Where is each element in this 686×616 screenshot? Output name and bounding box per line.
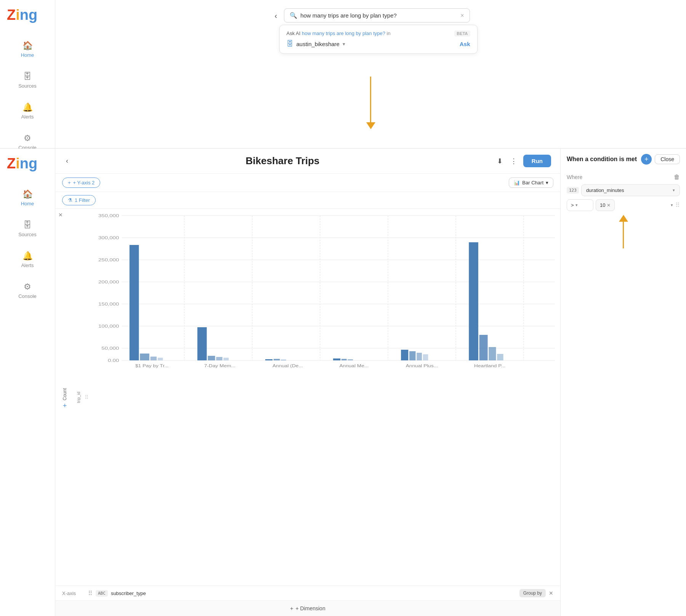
- filter-icon: ⚗: [68, 197, 72, 203]
- svg-rect-33: [333, 358, 340, 360]
- sidebar-item-sources[interactable]: 🗄 Sources: [0, 65, 55, 96]
- console-icon-b: ⚙: [24, 282, 31, 292]
- sources-icon: 🗄: [23, 72, 32, 82]
- svg-rect-29: [223, 358, 229, 360]
- bottom-main: ‹ Bikeshare Trips ⬇ ⋮ Run + + Y-axis 2 📊…: [55, 149, 560, 616]
- filter-row: ⚗ 1 Filter: [55, 192, 560, 209]
- group-by-button[interactable]: Group by: [519, 589, 546, 597]
- search-bar-row: ‹ 🔍 ×: [272, 8, 470, 22]
- where-section: Where 🗑 123 duration_minutes ▾ > ▾: [561, 170, 686, 256]
- logo-g: g: [29, 7, 37, 23]
- y-axis-label: Count: [62, 388, 67, 400]
- svg-rect-41: [479, 335, 488, 360]
- search-box: 🔍 ×: [284, 8, 470, 22]
- sidebar-item-home[interactable]: 🏠 Home: [0, 34, 55, 65]
- bottom-sidebar: Zing 🏠 Home 🗄 Sources 🔔 Alerts: [0, 149, 55, 616]
- svg-rect-34: [341, 359, 347, 360]
- search-clear-icon[interactable]: ×: [460, 12, 464, 19]
- bar-chart-icon: 📊: [514, 180, 520, 186]
- add-condition-button[interactable]: +: [641, 154, 652, 165]
- svg-rect-23: [140, 354, 149, 360]
- logo-i-b: i: [16, 155, 20, 171]
- back-button[interactable]: ‹: [272, 9, 280, 22]
- grid-icon-area: ⠿: [83, 209, 90, 586]
- svg-rect-25: [158, 358, 163, 360]
- ask-dropdown: BETA Ask AI how many trips are long by p…: [279, 25, 478, 54]
- up-arrow-container: [567, 211, 680, 252]
- value-text: 10: [600, 202, 605, 208]
- y-axis-close-button[interactable]: ✕: [58, 212, 63, 218]
- close-condition-button[interactable]: Close: [655, 154, 680, 164]
- ask-ai-suffix: in: [387, 30, 391, 36]
- up-arrow: [619, 215, 628, 248]
- svg-rect-24: [151, 357, 157, 360]
- sidebar-item-alerts[interactable]: 🔔 Alerts: [0, 96, 55, 126]
- home-icon: 🏠: [22, 41, 33, 51]
- y-axis-2-button[interactable]: + + Y-axis 2: [62, 178, 100, 188]
- logo-z-b: Z: [7, 155, 16, 171]
- svg-rect-32: [281, 360, 286, 360]
- svg-rect-30: [265, 359, 272, 360]
- y-axis-add-icon[interactable]: +: [63, 402, 67, 410]
- svg-rect-28: [216, 357, 222, 360]
- operator-select[interactable]: > ▾: [567, 199, 593, 211]
- alerts-icon: 🔔: [22, 102, 33, 112]
- condition-header: When a condition is met + Close: [561, 149, 686, 170]
- field-select[interactable]: duration_minutes ▾: [581, 184, 680, 196]
- svg-text:Annual (De...: Annual (De...: [272, 364, 303, 368]
- drag-handle-condition[interactable]: ⠿: [675, 202, 680, 209]
- logo-bottom: Zing: [0, 155, 44, 182]
- page-title: Bikeshare Trips: [70, 155, 495, 167]
- console-icon: ⚙: [24, 133, 31, 143]
- filter-button[interactable]: ⚗ 1 Filter: [62, 195, 96, 205]
- trip-id-label: trip_id: [75, 392, 82, 403]
- svg-rect-39: [423, 354, 428, 360]
- bottom-sidebar-item-console[interactable]: ⚙ Console: [0, 275, 55, 306]
- grid-icon: ⠿: [85, 394, 88, 400]
- ask-header: BETA Ask AI how many trips are long by p…: [287, 30, 470, 36]
- drag-handle-x[interactable]: ⠿: [88, 590, 93, 597]
- add-dimension-button[interactable]: + + Dimension: [290, 605, 325, 611]
- chart-svg-area: 350,000 300,000 250,000 200,000 150,000 …: [90, 209, 560, 586]
- svg-rect-42: [489, 347, 496, 360]
- top-main: ‹ 🔍 × BETA Ask AI how many trips are lon…: [55, 0, 686, 148]
- bottom-sidebar-item-home[interactable]: 🏠 Home: [0, 182, 55, 213]
- bottom-sidebar-item-sources[interactable]: 🗄 Sources: [0, 213, 55, 244]
- down-arrow-container: [366, 77, 375, 129]
- x-axis-type-badge: ABC: [96, 590, 108, 597]
- search-icon: 🔍: [290, 12, 297, 19]
- svg-text:100,000: 100,000: [98, 324, 119, 329]
- back-button-bottom[interactable]: ‹: [64, 155, 70, 166]
- condition-op-row: > ▾ 10 ✕ ▾ ⠿: [567, 199, 680, 211]
- svg-text:0.00: 0.00: [108, 358, 119, 363]
- more-options-icon[interactable]: ⋮: [509, 155, 519, 167]
- download-icon[interactable]: ⬇: [495, 155, 504, 167]
- value-input: 10 ✕: [596, 199, 615, 211]
- ask-ai-prefix: Ask AI: [287, 30, 301, 36]
- value-clear-icon[interactable]: ✕: [607, 203, 611, 208]
- chart-type-selector[interactable]: 📊 Bar Chart ▾: [509, 178, 553, 188]
- down-arrow: [366, 77, 375, 129]
- top-sidebar: Zing 🏠 Home 🗄 Sources 🔔 Alerts: [0, 0, 55, 148]
- where-header: Where 🗑: [567, 174, 680, 181]
- x-axis-row: X-axis ⠿ ABC subscriber_type Group by ✕: [55, 586, 560, 600]
- svg-text:350,000: 350,000: [98, 213, 119, 218]
- chevron-down-icon[interactable]: ▾: [343, 41, 345, 47]
- chart-controls: + + Y-axis 2 📊 Bar Chart ▾: [55, 174, 560, 192]
- svg-rect-31: [274, 359, 280, 360]
- bottom-sidebar-item-alerts[interactable]: 🔔 Alerts: [0, 244, 55, 275]
- field-type-badge: 123: [567, 187, 579, 194]
- header-icons: ⬇ ⋮ Run: [495, 155, 551, 167]
- dimension-row: + + Dimension: [55, 600, 560, 616]
- ask-source-row: 🗄 austin_bikeshare ▾ Ask: [287, 40, 470, 48]
- row-chevron: ▾: [671, 203, 673, 208]
- x-clear-button[interactable]: ✕: [549, 590, 553, 596]
- svg-text:Annual Plus...: Annual Plus...: [406, 364, 438, 368]
- ask-button[interactable]: Ask: [460, 41, 470, 47]
- delete-condition-icon[interactable]: 🗑: [674, 174, 680, 181]
- search-input[interactable]: [300, 12, 457, 19]
- run-button[interactable]: Run: [523, 155, 551, 167]
- database-icon: 🗄: [287, 40, 293, 48]
- source-name[interactable]: austin_bikeshare: [297, 41, 340, 47]
- svg-text:Heartland P...: Heartland P...: [474, 364, 505, 368]
